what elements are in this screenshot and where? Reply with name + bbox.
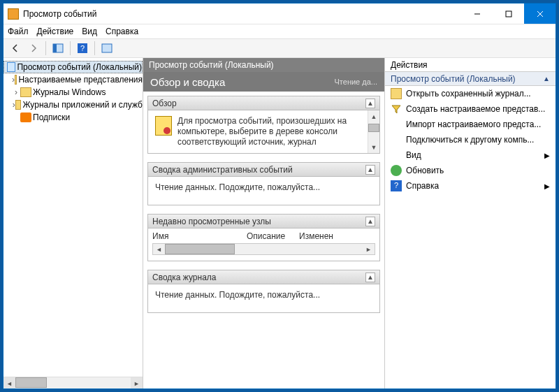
folder-open-icon: [391, 88, 402, 99]
action-open-saved-log[interactable]: Открыть сохраненный журнал...: [385, 86, 556, 101]
tree-label: Журналы приложений и служб: [22, 100, 143, 110]
panel-log-summary: Сводка журнала ▲ Чтение данных. Подождит…: [147, 270, 380, 313]
scroll-down-icon[interactable]: ▼: [368, 141, 379, 153]
panel-header[interactable]: Сводка журнала ▲: [148, 270, 379, 284]
tree-node-windows-logs[interactable]: › Журналы Windows: [3, 86, 143, 99]
app-icon: [8, 8, 19, 20]
window-title: Просмотр событий: [23, 9, 461, 19]
overview-label: Обзор и сводка: [150, 76, 335, 88]
scroll-left-icon[interactable]: ◄: [153, 244, 165, 254]
back-button[interactable]: [8, 41, 23, 56]
collapse-icon[interactable]: ▲: [365, 99, 375, 108]
tree-node-custom-views[interactable]: › Настраиваемые представления: [3, 73, 143, 86]
panel-header[interactable]: Сводка административных событий ▲: [148, 163, 379, 177]
scroll-right-icon[interactable]: ►: [363, 244, 375, 254]
show-tree-button[interactable]: [50, 41, 66, 56]
toolbar: ?: [3, 38, 556, 58]
svg-rect-1: [506, 11, 511, 17]
menu-file[interactable]: Файл: [8, 27, 29, 36]
reading-label: Чтение да...: [335, 78, 377, 86]
close-button[interactable]: [524, 3, 556, 24]
panels-area: Обзор ▲ Для просмотра событий, произошед…: [143, 92, 384, 389]
properties-button[interactable]: [99, 41, 115, 56]
tree-root[interactable]: Просмотр событий (Локальный): [3, 61, 143, 73]
help-icon: ?: [391, 180, 402, 191]
actions-subheader[interactable]: Просмотр событий (Локальный) ▲: [385, 72, 556, 86]
tree-node-subscriptions[interactable]: Подписки: [3, 111, 143, 124]
scroll-right-icon[interactable]: ►: [131, 377, 143, 389]
maximize-button[interactable]: [493, 3, 524, 24]
minimize-button[interactable]: [461, 3, 493, 24]
table-hscroll[interactable]: ◄ ►: [152, 243, 375, 255]
actions-header: Действия: [385, 58, 556, 72]
action-label: Вид: [406, 150, 421, 160]
panel-body: Чтение данных. Подождите, пожалуйста...: [148, 177, 379, 205]
panel-recent-nodes: Недавно просмотренные узлы ▲ Имя Описани…: [147, 214, 380, 261]
separator: [45, 41, 46, 55]
menu-view[interactable]: Вид: [82, 27, 97, 36]
scroll-thumb[interactable]: [15, 377, 47, 388]
menu-help[interactable]: Справка: [106, 27, 138, 36]
action-create-custom-view[interactable]: Создать настраиваемое представ...: [385, 101, 556, 117]
panel-title: Недавно просмотренные узлы: [152, 217, 365, 226]
panel-header[interactable]: Обзор ▲: [148, 96, 379, 110]
window: Просмотр событий Файл Действие Вид Справ…: [3, 3, 556, 389]
scroll-left-icon[interactable]: ◄: [3, 377, 15, 389]
blank-icon: [391, 119, 402, 130]
folder-icon: [20, 87, 31, 97]
panel-header[interactable]: Недавно просмотренные узлы ▲: [148, 215, 379, 228]
svg-rect-5: [53, 44, 57, 52]
panel-vscroll[interactable]: ▲ ▼: [368, 110, 379, 153]
help-button[interactable]: ?: [75, 41, 90, 56]
tree-label: Журналы Windows: [33, 87, 106, 97]
expander-icon[interactable]: ›: [12, 87, 20, 97]
action-label: Обновить: [406, 166, 444, 175]
panel-body: Имя Описание Изменен ◄ ►: [148, 228, 379, 261]
actions-pane: Действия Просмотр событий (Локальный) ▲ …: [385, 58, 556, 389]
filter-icon: [391, 103, 402, 115]
scroll-thumb[interactable]: [368, 124, 379, 132]
feed-icon: [20, 112, 31, 122]
actions-sub-label: Просмотр событий (Локальный): [391, 74, 543, 84]
scroll-thumb[interactable]: [165, 244, 235, 254]
col-modified[interactable]: Изменен: [299, 231, 341, 241]
overview-bar: Обзор и сводка Чтение да...: [143, 72, 384, 92]
col-desc[interactable]: Описание: [247, 231, 299, 241]
submenu-icon: ▶: [544, 182, 550, 190]
collapse-icon[interactable]: ▲: [543, 75, 550, 82]
panel-text: Для просмотра событий, произошедших на к…: [177, 116, 364, 147]
collapse-icon[interactable]: ▲: [365, 217, 375, 226]
panel-title: Обзор: [152, 99, 365, 108]
action-view[interactable]: Вид ▶: [385, 147, 556, 163]
refresh-icon: [391, 165, 402, 176]
separator: [70, 41, 71, 55]
action-connect-remote[interactable]: Подключиться к другому компь...: [385, 132, 556, 147]
action-help[interactable]: ? Справка ▶: [385, 178, 556, 194]
panel-text: Чтение данных. Подождите, пожалуйста...: [155, 182, 320, 192]
blank-icon: [391, 150, 402, 161]
table-header: Имя Описание Изменен: [152, 231, 375, 242]
collapse-icon[interactable]: ▲: [365, 165, 375, 175]
body: Просмотр событий (Локальный) › Настраива…: [3, 58, 556, 389]
center-pane: Просмотр событий (Локальный) Обзор и сво…: [143, 58, 385, 389]
scroll-up-icon[interactable]: ▲: [368, 110, 379, 122]
tree-pane: Просмотр событий (Локальный) › Настраива…: [3, 58, 143, 389]
action-import-custom-view[interactable]: Импорт настраиваемого предста...: [385, 117, 556, 132]
collapse-icon[interactable]: ▲: [365, 273, 375, 282]
action-refresh[interactable]: Обновить: [385, 163, 556, 178]
tree-hscrollbar[interactable]: ◄ ►: [3, 377, 143, 389]
app-icon: [7, 62, 15, 72]
forward-button[interactable]: [26, 41, 41, 56]
tree-label: Настраиваемые представления: [18, 75, 143, 85]
menu-action[interactable]: Действие: [37, 27, 74, 36]
folder-icon: [15, 100, 21, 110]
col-name[interactable]: Имя: [152, 231, 247, 241]
titlebar[interactable]: Просмотр событий: [3, 3, 556, 24]
tree-node-app-logs[interactable]: › Журналы приложений и служб: [3, 99, 143, 111]
panel-overview: Обзор ▲ Для просмотра событий, произошед…: [147, 96, 380, 154]
center-header: Просмотр событий (Локальный): [143, 58, 384, 72]
tree-root-label: Просмотр событий (Локальный): [17, 62, 142, 72]
action-label: Подключиться к другому компь...: [406, 135, 534, 145]
panel-title: Сводка журнала: [152, 273, 365, 282]
event-log-icon: [155, 116, 172, 136]
